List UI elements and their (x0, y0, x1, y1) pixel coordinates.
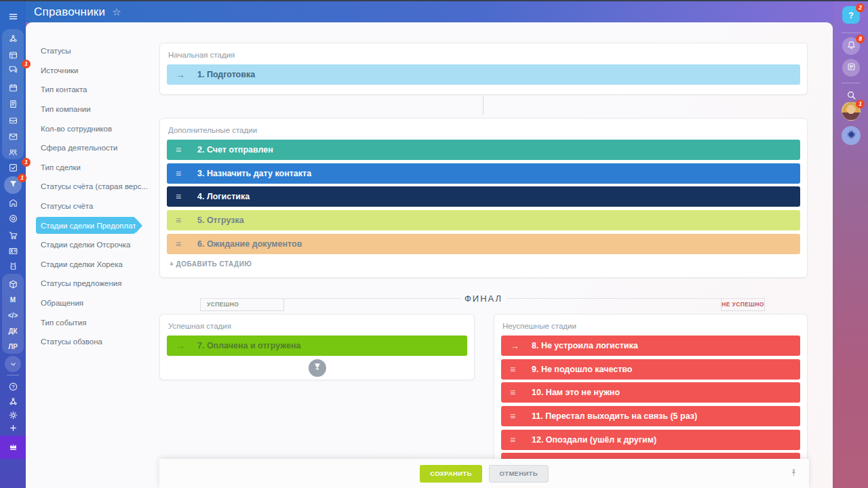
drag-handle-icon[interactable]: ≡ (510, 434, 524, 445)
crown-upgrade-button[interactable] (0, 436, 26, 459)
menu-item-label: Статусы обзвона (41, 338, 102, 346)
mail-icon[interactable] (0, 128, 26, 144)
lr-icon[interactable]: ЛР (0, 338, 26, 354)
tab-fail[interactable]: НЕ УСПЕШНО (721, 298, 765, 311)
package-icon[interactable] (0, 276, 26, 292)
m-logo-icon[interactable]: M (0, 291, 26, 308)
notifications-button[interactable]: 8 (834, 38, 868, 54)
svg-text:?: ? (12, 384, 15, 390)
menu-item[interactable]: Источники (36, 61, 136, 81)
card-title: Начальная стадия (160, 43, 807, 64)
menu-item[interactable]: Обращения (36, 293, 136, 313)
menu-burger-icon[interactable] (0, 8, 26, 24)
robot-icon[interactable] (0, 258, 26, 274)
stage-bar[interactable]: ≡ 2. Счет отправлен (167, 140, 800, 160)
page-title: Справочники (34, 5, 105, 19)
menu-item-label: Стадии сделки Отсрочка (41, 241, 130, 249)
stage-bar[interactable]: → 8. Не устроила логистика (501, 336, 800, 356)
menu-item[interactable]: Тип компании (36, 100, 136, 119)
menu-item-label: Обращения (41, 299, 83, 307)
chevron-down-icon[interactable] (0, 356, 26, 372)
menu-item[interactable]: Тип сделки (36, 158, 136, 178)
footer-action-bar: СОХРАНИТЬ ОТМЕНИТЬ (159, 459, 809, 488)
menu-item[interactable]: Статусы предложения (36, 274, 136, 293)
favorite-star-icon[interactable]: ☆ (112, 6, 121, 18)
pin-icon[interactable] (789, 467, 798, 480)
drag-handle-icon[interactable]: ≡ (176, 191, 189, 202)
menu-item[interactable]: Тип события (36, 312, 136, 332)
help-rail-icon[interactable]: ? (0, 378, 26, 394)
inbox-icon[interactable] (0, 112, 26, 128)
board-icon[interactable] (0, 47, 26, 63)
menu-item[interactable]: Статусы счёта (36, 197, 136, 216)
stage-bar[interactable]: ≡ 12. Опоздали (ушёл к другим) (501, 430, 800, 450)
menu-item-label: Статусы (41, 47, 71, 55)
stage-bar[interactable]: ≡ 9. Не подошло качество (501, 359, 800, 380)
code-icon[interactable]: </> (0, 307, 26, 323)
tab-success[interactable]: УСПЕШНО (200, 298, 284, 311)
avatar-badge: 1 (856, 100, 865, 108)
stage-label: 9. Не подошло качество (532, 365, 632, 374)
warehouse-icon[interactable] (0, 195, 26, 211)
card-title: Неуспешные стадии (494, 314, 807, 336)
drag-handle-icon[interactable]: ≡ (176, 144, 189, 155)
chevron-glyph (5, 356, 21, 372)
menu-item-label: Стадии сделки Предоплата (41, 222, 140, 230)
menu-item[interactable]: Статусы обзвона (36, 332, 136, 352)
drag-handle-icon[interactable]: → (510, 340, 524, 351)
feed-button[interactable] (834, 60, 868, 76)
menu-item[interactable]: Стадии сделки Отсрочка (36, 235, 136, 255)
stage-bar[interactable]: ≡ 11. Перестал выходить на связь (5 раз) (501, 406, 800, 426)
initial-stage-list: → 1. Подготовка (160, 64, 807, 85)
menu-item[interactable]: Тип контакта (36, 80, 136, 100)
chip-button[interactable] (834, 127, 868, 144)
integrations-icon[interactable] (0, 30, 26, 47)
drag-handle-icon[interactable]: ≡ (510, 387, 524, 398)
menu-item[interactable]: Стадии сделки Хорека (36, 255, 136, 274)
stage-label: 4. Логистика (197, 192, 250, 201)
funnel-icon[interactable]: 1 (0, 177, 26, 193)
dk-icon[interactable]: ДК (0, 323, 26, 339)
menu-item-label: Статусы счёта (старая верс... (41, 182, 148, 190)
stage-bar[interactable]: ≡ 5. Отгрузка (167, 210, 800, 230)
drag-handle-icon[interactable]: ≡ (510, 364, 524, 375)
fail-stage-list: → 8. Не устроила логистика ≡ 9. Не подош… (494, 336, 807, 473)
stage-bar[interactable]: → 7. Оплачена и отгружена (167, 336, 467, 356)
menu-item[interactable]: Статусы (36, 41, 136, 61)
stage-bar[interactable]: ≡ 6. Ожидание документов (167, 234, 800, 254)
crown-icon (8, 441, 18, 454)
menu-item[interactable]: Кол-во сотрудников (36, 119, 136, 138)
stage-bar[interactable]: ≡ 4. Логистика (167, 186, 800, 207)
id-card-icon[interactable] (0, 243, 26, 259)
document-icon[interactable] (0, 96, 26, 112)
drag-handle-icon[interactable]: ≡ (176, 215, 189, 226)
contacts-icon[interactable] (0, 144, 26, 160)
stage-bar[interactable]: ≡ 3. Назначить дату контакта (167, 163, 800, 184)
stage-handle-icon[interactable]: → (176, 340, 189, 351)
stage-bar[interactable]: ≡ 10. Нам это не нужно (501, 382, 800, 403)
user-avatar[interactable]: 1 (834, 103, 868, 119)
menu-item[interactable]: Стадии сделки Предоплата (36, 217, 136, 234)
additional-stages-card: Дополнительные стадии ≡ 2. Счет отправле… (159, 118, 808, 278)
drag-handle-icon[interactable]: ≡ (510, 411, 524, 422)
stage-handle-icon[interactable]: → (176, 69, 189, 80)
help-button[interactable]: ?2 (834, 7, 868, 23)
cancel-button[interactable]: ОТМЕНИТЬ (489, 465, 549, 483)
menu-item-label: Статусы предложения (41, 279, 122, 287)
add-stage-button[interactable]: + ДОБАВИТЬ СТАДИЮ (170, 260, 252, 268)
stage-bar[interactable]: → 1. Подготовка (167, 64, 800, 85)
target-icon[interactable] (0, 210, 26, 226)
messages-badge: 1 (22, 60, 31, 68)
plus-icon[interactable] (0, 420, 26, 436)
stage-label: 3. Назначить дату контакта (197, 169, 311, 178)
calendar-icon[interactable] (0, 79, 26, 96)
drag-handle-icon[interactable]: ≡ (176, 168, 189, 179)
save-button[interactable]: СОХРАНИТЬ (420, 465, 481, 483)
menu-item[interactable]: Статусы счёта (старая верс... (36, 177, 136, 197)
messages-icon[interactable]: 1 (0, 62, 26, 79)
trophy-icon (309, 359, 326, 377)
right-icon-rail: ?2 8 1 (834, 1, 868, 488)
menu-item[interactable]: Сфера деятельности (36, 138, 136, 158)
cart-icon[interactable] (0, 227, 26, 243)
drag-handle-icon[interactable]: ≡ (176, 239, 189, 249)
